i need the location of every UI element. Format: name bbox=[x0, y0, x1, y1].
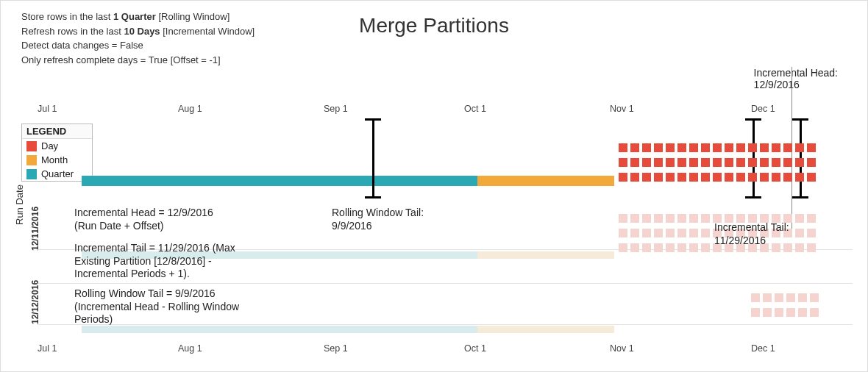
day-square bbox=[654, 158, 663, 167]
day-square bbox=[689, 243, 698, 252]
day-square bbox=[736, 158, 745, 167]
day-square bbox=[654, 173, 663, 182]
day-square bbox=[666, 158, 675, 167]
x-tick-bottom: Jul 1 bbox=[38, 343, 57, 354]
quarter-bar bbox=[82, 176, 477, 186]
day-square bbox=[619, 158, 627, 167]
x-tick-top: Sep 1 bbox=[324, 104, 348, 114]
day-square bbox=[713, 173, 722, 182]
day-square bbox=[689, 214, 698, 223]
annotation-inc-head: Incremental Head = 12/9/2016 (Run Date +… bbox=[74, 207, 280, 232]
day-square bbox=[701, 173, 710, 182]
day-square bbox=[654, 214, 663, 223]
x-tick-top: Aug 1 bbox=[178, 104, 202, 114]
legend-item-day: Day bbox=[22, 139, 92, 153]
day-square bbox=[666, 173, 675, 182]
x-tick-bottom: Oct 1 bbox=[464, 343, 486, 354]
day-square bbox=[619, 243, 627, 252]
day-square bbox=[763, 308, 772, 317]
x-tick-top: Oct 1 bbox=[464, 104, 486, 114]
day-square bbox=[642, 214, 651, 223]
day-square bbox=[677, 143, 686, 152]
day-square bbox=[630, 173, 639, 182]
x-tick-bottom: Nov 1 bbox=[610, 343, 634, 354]
rolling-tail-label: Rolling Window Tail: 9/9/2016 bbox=[332, 207, 424, 232]
day-square bbox=[772, 143, 780, 152]
day-square bbox=[725, 143, 733, 152]
day-square bbox=[795, 214, 804, 223]
day-square bbox=[713, 158, 722, 167]
day-square bbox=[751, 293, 760, 302]
day-square bbox=[810, 293, 819, 302]
day-square bbox=[736, 143, 745, 152]
x-tick-top: Dec 1 bbox=[751, 104, 775, 114]
day-square bbox=[642, 229, 651, 237]
legend: LEGEND Day Month Quarter bbox=[21, 124, 93, 182]
day-square bbox=[760, 143, 769, 152]
incremental-tail-label: Incremental Tail: 11/29/2016 bbox=[714, 221, 789, 247]
day-square bbox=[760, 158, 769, 167]
day-square bbox=[701, 158, 710, 167]
day-square bbox=[619, 229, 627, 237]
day-square bbox=[642, 158, 651, 167]
day-square bbox=[795, 158, 804, 167]
config-line-4: Only refresh complete days = True [Offse… bbox=[21, 53, 255, 68]
day-square bbox=[807, 158, 816, 167]
day-square bbox=[725, 173, 733, 182]
day-square bbox=[642, 243, 651, 252]
day-square bbox=[775, 308, 783, 317]
day-square bbox=[666, 229, 675, 237]
day-square bbox=[689, 173, 698, 182]
day-square bbox=[619, 173, 627, 182]
day-square bbox=[786, 308, 795, 317]
day-square bbox=[654, 229, 663, 237]
annotation-roll-tail: Rolling Window Tail = 9/9/2016 (Incremen… bbox=[74, 287, 280, 326]
day-square bbox=[760, 173, 769, 182]
quarter-bar-faded bbox=[82, 326, 477, 333]
day-square bbox=[701, 243, 710, 252]
day-square bbox=[807, 229, 816, 237]
x-tick-top: Nov 1 bbox=[610, 104, 634, 114]
day-square bbox=[677, 214, 686, 223]
legend-swatch-day bbox=[26, 141, 37, 151]
day-square bbox=[807, 214, 816, 223]
day-square bbox=[689, 158, 698, 167]
day-square bbox=[748, 173, 757, 182]
legend-swatch-month bbox=[26, 155, 37, 165]
day-square bbox=[807, 173, 816, 182]
day-square bbox=[783, 173, 792, 182]
x-tick-bottom: Aug 1 bbox=[178, 343, 202, 354]
day-square bbox=[772, 158, 780, 167]
annotation-inc-tail: Incremental Tail = 11/29/2016 (Max Exist… bbox=[74, 242, 280, 281]
config-block: Store rows in the last 1 Quarter [Rollin… bbox=[21, 10, 255, 67]
day-square bbox=[654, 143, 663, 152]
day-square bbox=[666, 243, 675, 252]
plot-area: Jul 1 Aug 1 Sep 1 Oct 1 Nov 1 Dec 1 Jul … bbox=[38, 104, 853, 354]
legend-title: LEGEND bbox=[22, 124, 92, 139]
day-square bbox=[689, 143, 698, 152]
day-square bbox=[642, 173, 651, 182]
day-square bbox=[798, 308, 807, 317]
day-square bbox=[677, 158, 686, 167]
x-tick-bottom: Sep 1 bbox=[324, 343, 348, 354]
day-square bbox=[783, 158, 792, 167]
day-square bbox=[795, 143, 804, 152]
day-square bbox=[630, 243, 639, 252]
day-square bbox=[677, 229, 686, 237]
day-square bbox=[795, 173, 804, 182]
diagram-container: Merge Partitions Store rows in the last … bbox=[0, 0, 868, 372]
day-square bbox=[666, 214, 675, 223]
day-square bbox=[763, 293, 772, 302]
day-square bbox=[807, 243, 816, 252]
day-square bbox=[619, 143, 627, 152]
legend-item-month: Month bbox=[22, 153, 92, 167]
day-square bbox=[810, 308, 819, 317]
month-bar bbox=[477, 176, 614, 186]
day-square bbox=[701, 229, 710, 237]
day-square bbox=[807, 143, 816, 152]
day-square bbox=[701, 214, 710, 223]
day-square bbox=[772, 173, 780, 182]
day-square bbox=[619, 214, 627, 223]
day-square bbox=[748, 143, 757, 152]
day-square bbox=[798, 293, 807, 302]
